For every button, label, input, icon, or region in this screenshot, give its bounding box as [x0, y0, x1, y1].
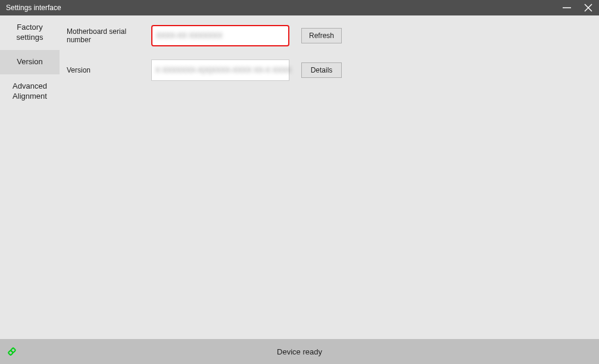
main-panel: Motherboard serial number XXXX-XX XXXXXX…: [60, 15, 599, 339]
serial-label: Motherboard serial number: [67, 27, 151, 44]
sidebar-item-factory-settings[interactable]: Factory settings: [0, 15, 60, 50]
connection-icon: [0, 345, 24, 358]
serial-value: XXXX-XX XXXXXXX: [156, 32, 222, 40]
status-text: Device ready: [277, 347, 322, 356]
details-button[interactable]: Details: [301, 62, 342, 78]
sidebar: Factory settings Version Advanced Alignm…: [0, 15, 60, 339]
refresh-button[interactable]: Refresh: [301, 28, 342, 43]
status-bar: Device ready: [0, 339, 599, 364]
version-value: X XXXXXXX-X|X|XXXX-XXXX XX-X XXXX: [155, 66, 291, 74]
serial-row: Motherboard serial number XXXX-XX XXXXXX…: [67, 25, 592, 46]
window-title: Settings interface: [6, 4, 61, 12]
sidebar-item-label: Version: [17, 57, 42, 66]
title-bar: Settings interface: [0, 0, 599, 15]
sidebar-item-label: Factory settings: [17, 23, 43, 42]
serial-field[interactable]: XXXX-XX XXXXXXX: [151, 25, 289, 46]
version-field[interactable]: X XXXXXXX-X|X|XXXX-XXXX XX-X XXXX: [151, 59, 289, 81]
close-button[interactable]: [578, 0, 599, 15]
minimize-button[interactable]: [556, 0, 578, 15]
version-row: Version X XXXXXXX-X|X|XXXX-XXXX XX-X XXX…: [67, 59, 592, 81]
version-label: Version: [67, 66, 151, 74]
svg-rect-4: [11, 348, 15, 353]
sidebar-item-label: Advanced Alignment: [13, 81, 47, 101]
sidebar-item-version[interactable]: Version: [0, 50, 60, 74]
sidebar-item-advanced-alignment[interactable]: Advanced Alignment: [0, 74, 60, 109]
